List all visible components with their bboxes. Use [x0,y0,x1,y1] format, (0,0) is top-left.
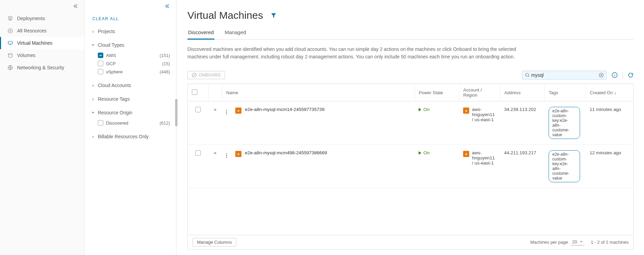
vm-icon [8,40,13,46]
pagination-range: 1 - 2 of 2 machines [591,240,629,245]
tab-managed[interactable]: Managed [224,27,247,39]
tag-pill[interactable]: e2e-a8n-custom-key:e2e-a8n-custome-value [549,107,580,139]
expand-row-icon[interactable]: » [214,107,216,112]
filter-resource-origin-toggle[interactable]: Resource Origin [91,109,170,117]
nav-sidebar: Deployments All Resources Virtual Machin… [0,0,85,255]
column-address[interactable]: Address [500,84,544,101]
column-tags[interactable]: Tags [544,84,586,101]
manage-columns-button[interactable]: Manage Columns [193,238,236,246]
search-box[interactable] [522,71,607,80]
onboard-button[interactable]: ONBOARD [187,71,225,79]
option-label: vSphere [106,69,122,74]
filter-label: Projects [98,29,115,34]
tab-discovered[interactable]: Discovered [187,27,214,40]
network-icon [8,65,13,70]
nav-label: Deployments [17,16,45,21]
filter-billable-toggle[interactable]: › Billable Resources Only [91,132,170,141]
account-region: aws-hnguyen11 / us-east-1 [472,107,496,122]
nav-item-all-resources[interactable]: All Resources [0,25,84,37]
sort-descending-icon: ↓ [614,90,617,95]
checkbox-icon [98,120,103,126]
volumes-icon [8,53,13,58]
option-count: (151) [160,53,170,58]
checkbox-icon [98,61,103,66]
resources-icon [8,28,13,33]
option-count: (446) [160,69,170,74]
machines-table: Name Power State Account / Region Addres… [187,84,634,235]
address: 44.211.193.217 [500,145,544,188]
row-actions-menu[interactable] [226,152,227,158]
filter-icon[interactable] [271,12,277,18]
chevron-right-icon: › [91,29,95,34]
checkbox-icon [98,69,103,74]
select-all-checkbox[interactable] [192,89,197,95]
row-actions-menu[interactable] [226,109,227,114]
divider [622,71,623,79]
nav-collapse-toggle[interactable] [0,0,84,12]
chevron-right-icon: › [91,96,95,102]
expand-row-icon[interactable]: » [214,150,216,155]
row-checkbox[interactable] [195,107,201,112]
created-on: 11 minutes ago [586,101,633,145]
button-label: ONBOARD [199,73,221,77]
filter-cloud-types-toggle[interactable]: Cloud Types [91,41,170,49]
option-label: AWS [106,53,116,58]
column-created-on[interactable]: Created On↓ [586,84,633,101]
nav-item-deployments[interactable]: Deployments [0,12,84,25]
filter-resource-tags-toggle[interactable]: › Resource Tags [91,95,170,103]
clear-search-icon[interactable] [599,73,604,77]
filter-projects-toggle[interactable]: › Projects [91,27,170,36]
checkbox-checked-icon [98,53,103,58]
address: 34.239.113.202 [500,101,544,145]
deployments-icon [8,16,13,21]
nav-item-volumes[interactable]: Volumes [0,49,84,61]
column-power-state[interactable]: Power State [415,84,459,101]
filter-option-aws[interactable]: AWS (151) [98,51,170,59]
chevron-right-icon: › [91,134,95,139]
refresh-icon[interactable] [628,72,634,78]
option-count: (612) [160,121,170,126]
nav-item-networking-security[interactable]: Networking & Security [0,61,84,74]
account-region: aws-hnguyen11 / us-east-1 [472,150,496,166]
page-title: Virtual Machines [187,10,263,21]
row-checkbox[interactable] [195,150,201,156]
power-state-on: On [419,107,430,112]
search-input[interactable] [530,72,599,79]
filter-option-vsphere[interactable]: vSphere (446) [98,68,170,76]
filter-label: Cloud Types [98,42,124,48]
filter-label: Billable Resources Only [98,134,149,139]
filter-option-gcp[interactable]: GCP (15) [98,59,170,68]
tabs: Discovered Managed [187,27,634,40]
chevron-double-left-icon [165,3,170,9]
per-page-select[interactable]: 20 [571,239,584,245]
aws-provider-icon: a [463,108,469,114]
machine-name[interactable]: e2e-a8n-mysql-mcm14-245597735739 [245,107,325,112]
nav-item-virtual-machines[interactable]: Virtual Machines [0,37,84,49]
machine-name[interactable]: e2e-a8n-mysql-mcm498-245597386669 [245,150,327,155]
filter-cloud-accounts-toggle[interactable]: › Cloud Accounts [91,81,170,89]
filter-collapse-toggle[interactable] [91,0,170,12]
info-icon[interactable] [612,72,618,78]
scrollbar-thumb[interactable] [175,99,178,126]
svg-point-2 [9,53,12,55]
play-icon [419,151,421,155]
filter-panel: CLEAR ALL › Projects Cloud Types AWS (15… [85,0,176,255]
svg-point-5 [526,73,529,76]
option-label: Discovered [106,121,128,126]
filter-option-discovered[interactable]: Discovered (612) [98,119,170,127]
power-state-on: On [419,150,430,155]
tag-pill[interactable]: e2e-a8n-custom-key:e2e-a8n-custome-value [549,150,580,182]
created-on: 12 minutes ago [586,145,633,188]
clear-all-filters[interactable]: CLEAR ALL [91,12,170,27]
option-label: GCP [106,61,116,66]
chevron-right-icon: › [91,83,95,88]
chevron-double-left-icon [73,3,78,9]
table-row: » a e2e-a8n-mysql-mcm14-245597735739 On … [188,101,633,145]
filter-label: Resource Origin [98,110,132,115]
column-name[interactable]: Name [222,84,415,101]
table-row: » a e2e-a8n-mysql-mcm498-245597386669 On… [188,145,633,188]
column-account-region[interactable]: Account / Region [459,84,500,101]
nav-label: Virtual Machines [17,40,52,46]
nav-label: All Resources [17,28,47,33]
chevron-down-icon [91,43,95,47]
